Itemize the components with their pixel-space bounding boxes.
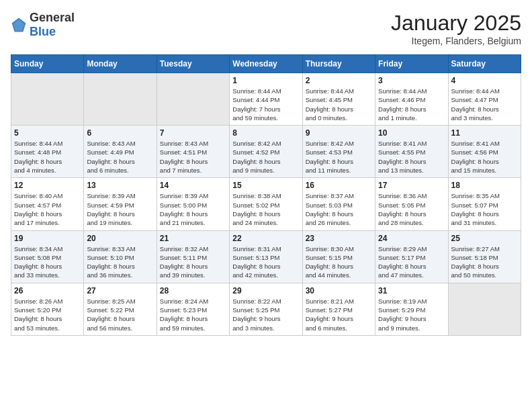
day-number: 16 [306, 181, 372, 190]
day-cell-8: 8Sunrise: 8:42 AM Sunset: 4:52 PM Daylig… [230, 126, 302, 178]
day-number: 6 [87, 128, 153, 138]
day-number: 14 [160, 181, 226, 190]
logo: General Blue [11, 11, 75, 39]
calendar-table: SundayMondayTuesdayWednesdayThursdayFrid… [11, 54, 521, 336]
header-day-thursday: Thursday [302, 55, 375, 73]
day-info: Sunrise: 8:27 AM Sunset: 5:18 PM Dayligh… [451, 244, 518, 280]
month-title: January 2025 [391, 11, 521, 36]
day-number: 24 [378, 234, 445, 243]
day-info: Sunrise: 8:41 AM Sunset: 4:55 PM Dayligh… [378, 139, 445, 175]
day-info: Sunrise: 8:25 AM Sunset: 5:22 PM Dayligh… [87, 297, 153, 332]
day-cell-12: 12Sunrise: 8:40 AM Sunset: 4:57 PM Dayli… [11, 178, 84, 230]
day-number: 30 [306, 286, 372, 295]
day-cell-31: 31Sunrise: 8:19 AM Sunset: 5:29 PM Dayli… [375, 283, 448, 335]
title-area: January 2025 Itegem, Flanders, Belgium [391, 11, 521, 46]
day-info: Sunrise: 8:44 AM Sunset: 4:47 PM Dayligh… [451, 87, 518, 122]
header-row: SundayMondayTuesdayWednesdayThursdayFrid… [11, 55, 521, 73]
week-row-0: 1Sunrise: 8:44 AM Sunset: 4:44 PM Daylig… [11, 73, 521, 126]
day-number: 26 [14, 286, 81, 295]
day-cell-4: 4Sunrise: 8:44 AM Sunset: 4:47 PM Daylig… [448, 73, 521, 126]
day-cell-5: 5Sunrise: 8:44 AM Sunset: 4:48 PM Daylig… [11, 126, 84, 178]
day-number: 19 [14, 234, 81, 243]
day-cell-15: 15Sunrise: 8:38 AM Sunset: 5:02 PM Dayli… [230, 178, 302, 230]
day-cell-6: 6Sunrise: 8:43 AM Sunset: 4:49 PM Daylig… [84, 126, 157, 178]
day-cell-17: 17Sunrise: 8:36 AM Sunset: 5:05 PM Dayli… [375, 178, 448, 230]
day-number: 4 [451, 76, 518, 85]
day-number: 27 [87, 286, 153, 295]
day-cell-10: 10Sunrise: 8:41 AM Sunset: 4:55 PM Dayli… [375, 126, 448, 178]
day-cell-26: 26Sunrise: 8:26 AM Sunset: 5:20 PM Dayli… [11, 283, 84, 335]
day-number: 28 [160, 286, 226, 295]
day-cell-25: 25Sunrise: 8:27 AM Sunset: 5:18 PM Dayli… [448, 230, 521, 283]
empty-cell [11, 73, 84, 126]
day-number: 13 [87, 181, 153, 190]
day-number: 9 [306, 128, 372, 138]
day-number: 3 [378, 76, 445, 85]
header-day-monday: Monday [84, 55, 157, 73]
day-cell-21: 21Sunrise: 8:32 AM Sunset: 5:11 PM Dayli… [157, 230, 229, 283]
day-info: Sunrise: 8:38 AM Sunset: 5:02 PM Dayligh… [232, 191, 299, 227]
day-cell-24: 24Sunrise: 8:29 AM Sunset: 5:17 PM Dayli… [375, 230, 448, 283]
day-cell-16: 16Sunrise: 8:37 AM Sunset: 5:03 PM Dayli… [302, 178, 375, 230]
day-info: Sunrise: 8:44 AM Sunset: 4:45 PM Dayligh… [306, 87, 372, 122]
day-info: Sunrise: 8:42 AM Sunset: 4:52 PM Dayligh… [232, 139, 299, 175]
day-info: Sunrise: 8:40 AM Sunset: 4:57 PM Dayligh… [14, 191, 81, 227]
day-cell-30: 30Sunrise: 8:21 AM Sunset: 5:27 PM Dayli… [302, 283, 375, 335]
day-number: 25 [451, 234, 518, 243]
day-cell-14: 14Sunrise: 8:39 AM Sunset: 5:00 PM Dayli… [157, 178, 229, 230]
header-day-sunday: Sunday [11, 55, 84, 73]
day-info: Sunrise: 8:43 AM Sunset: 4:49 PM Dayligh… [87, 139, 153, 175]
day-cell-20: 20Sunrise: 8:33 AM Sunset: 5:10 PM Dayli… [84, 230, 157, 283]
header-day-wednesday: Wednesday [230, 55, 302, 73]
day-info: Sunrise: 8:32 AM Sunset: 5:11 PM Dayligh… [160, 244, 226, 280]
day-info: Sunrise: 8:39 AM Sunset: 5:00 PM Dayligh… [160, 191, 226, 227]
day-cell-13: 13Sunrise: 8:39 AM Sunset: 4:59 PM Dayli… [84, 178, 157, 230]
day-number: 23 [306, 234, 372, 243]
day-number: 31 [378, 286, 445, 295]
day-number: 21 [160, 234, 226, 243]
empty-cell [448, 283, 521, 335]
day-info: Sunrise: 8:44 AM Sunset: 4:44 PM Dayligh… [232, 87, 299, 122]
day-number: 10 [378, 128, 445, 138]
week-row-4: 26Sunrise: 8:26 AM Sunset: 5:20 PM Dayli… [11, 283, 521, 335]
day-info: Sunrise: 8:41 AM Sunset: 4:56 PM Dayligh… [451, 139, 518, 175]
day-cell-11: 11Sunrise: 8:41 AM Sunset: 4:56 PM Dayli… [448, 126, 521, 178]
header-day-tuesday: Tuesday [157, 55, 229, 73]
logo-blue: Blue [30, 25, 56, 38]
day-info: Sunrise: 8:31 AM Sunset: 5:13 PM Dayligh… [232, 244, 299, 280]
day-info: Sunrise: 8:44 AM Sunset: 4:46 PM Dayligh… [378, 87, 445, 122]
day-cell-22: 22Sunrise: 8:31 AM Sunset: 5:13 PM Dayli… [230, 230, 302, 283]
day-number: 22 [232, 234, 299, 243]
day-cell-7: 7Sunrise: 8:43 AM Sunset: 4:51 PM Daylig… [157, 126, 229, 178]
day-info: Sunrise: 8:37 AM Sunset: 5:03 PM Dayligh… [306, 191, 372, 227]
day-info: Sunrise: 8:36 AM Sunset: 5:05 PM Dayligh… [378, 191, 445, 227]
day-cell-18: 18Sunrise: 8:35 AM Sunset: 5:07 PM Dayli… [448, 178, 521, 230]
day-cell-3: 3Sunrise: 8:44 AM Sunset: 4:46 PM Daylig… [375, 73, 448, 126]
header-day-friday: Friday [375, 55, 448, 73]
day-info: Sunrise: 8:43 AM Sunset: 4:51 PM Dayligh… [160, 139, 226, 175]
day-cell-1: 1Sunrise: 8:44 AM Sunset: 4:44 PM Daylig… [230, 73, 302, 126]
day-number: 7 [160, 128, 226, 138]
day-number: 1 [232, 76, 299, 85]
header: General Blue January 2025 Itegem, Flande… [11, 11, 521, 46]
logo-text: General Blue [30, 11, 75, 39]
day-number: 11 [451, 128, 518, 138]
logo-icon [11, 17, 27, 33]
day-cell-2: 2Sunrise: 8:44 AM Sunset: 4:45 PM Daylig… [302, 73, 375, 126]
empty-cell [157, 73, 229, 126]
day-number: 12 [14, 181, 81, 190]
day-number: 17 [378, 181, 445, 190]
day-info: Sunrise: 8:26 AM Sunset: 5:20 PM Dayligh… [14, 297, 81, 332]
day-number: 8 [232, 128, 299, 138]
header-day-saturday: Saturday [448, 55, 521, 73]
day-info: Sunrise: 8:30 AM Sunset: 5:15 PM Dayligh… [306, 244, 372, 280]
day-info: Sunrise: 8:19 AM Sunset: 5:29 PM Dayligh… [378, 297, 445, 332]
day-number: 20 [87, 234, 153, 243]
day-number: 5 [14, 128, 81, 138]
day-number: 18 [451, 181, 518, 190]
day-cell-19: 19Sunrise: 8:34 AM Sunset: 5:08 PM Dayli… [11, 230, 84, 283]
day-cell-27: 27Sunrise: 8:25 AM Sunset: 5:22 PM Dayli… [84, 283, 157, 335]
empty-cell [84, 73, 157, 126]
day-info: Sunrise: 8:39 AM Sunset: 4:59 PM Dayligh… [87, 191, 153, 227]
day-info: Sunrise: 8:24 AM Sunset: 5:23 PM Dayligh… [160, 297, 226, 332]
